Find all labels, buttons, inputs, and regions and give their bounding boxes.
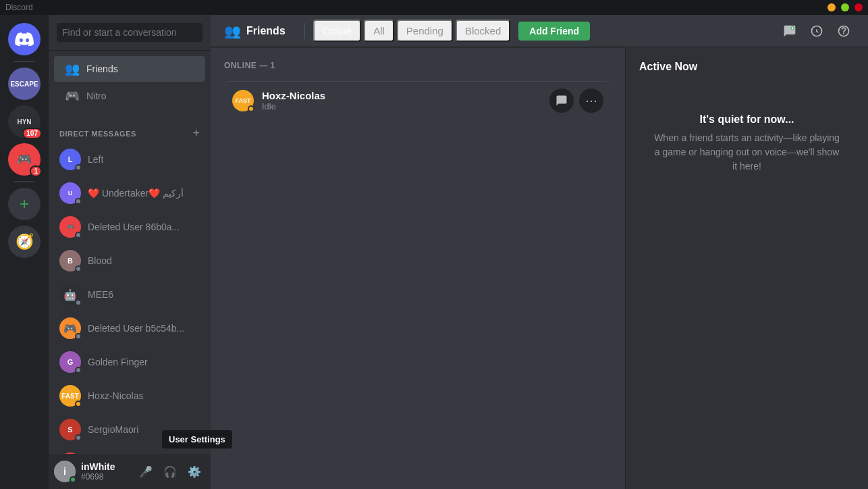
main-content: 👥 Friends Online All Pending Blocked Add… <box>211 15 868 489</box>
titlebar: Discord <box>0 0 868 15</box>
status-indicator <box>75 434 82 441</box>
list-item[interactable]: G Golden Finger <box>54 346 205 378</box>
sidebar-item-nitro[interactable]: 🎮 Nitro <box>54 83 205 109</box>
discover-button[interactable]: 🧭 <box>8 226 40 258</box>
add-server-button[interactable]: + <box>8 188 40 220</box>
dm-search-area <box>49 15 211 51</box>
list-item[interactable]: FAST Hoxz-Nicolas <box>54 380 205 412</box>
dm-item-name: Golden Finger <box>88 357 148 367</box>
list-item[interactable]: L Left <box>54 143 205 176</box>
active-now-empty-desc: When a friend starts an activity—like pl… <box>653 131 841 174</box>
add-friend-button[interactable]: Add Friend <box>518 22 590 41</box>
status-indicator <box>75 198 82 205</box>
user-info: inWhite #0698 <box>81 461 130 482</box>
online-header: ONLINE — 1 <box>224 61 612 70</box>
tab-pending[interactable]: Pending <box>397 20 453 42</box>
server-hyn-badge: 107 <box>22 128 42 139</box>
dm-item-name: Hoxz-Nicolas <box>88 390 143 401</box>
dm-list: L Left U ❤️ Undertaker❤️ أركيم 🎮 <box>49 143 211 454</box>
search-input[interactable] <box>57 23 202 42</box>
avatar: B <box>59 250 81 272</box>
add-dm-button[interactable]: + <box>192 126 200 140</box>
server-sidebar: ESCAPE HYN 107 🎮 1 + 🧭 <box>0 15 49 489</box>
status-indicator <box>75 164 82 171</box>
list-item[interactable]: 🎮 Deleted User b5c54b... <box>54 312 205 344</box>
sidebar-item-nitro-label: Nitro <box>86 91 107 101</box>
friend-status: Idle <box>262 101 549 111</box>
avatar: FAST <box>59 385 81 407</box>
new-dm-button[interactable] <box>779 20 801 42</box>
active-now-panel: Active Now It's quiet for now... When a … <box>625 47 868 489</box>
list-item[interactable]: S SergioMaori <box>54 413 205 446</box>
active-now-empty-title: It's quiet for now... <box>653 113 841 126</box>
avatar: G <box>59 351 81 373</box>
message-friend-button[interactable] <box>549 88 574 113</box>
dm-item-name: Deleted User 86b0a... <box>88 222 180 232</box>
friend-name: Hoxz-Nicolas <box>262 90 549 101</box>
server-separator-2 <box>13 181 35 182</box>
table-row[interactable]: FAST Hoxz-Nicolas Idle ⋯ <box>224 81 612 120</box>
close-button[interactable] <box>855 3 863 11</box>
user-avatar: i <box>54 461 76 482</box>
more-options-button[interactable]: ⋯ <box>579 88 603 113</box>
tab-all[interactable]: All <box>364 20 394 42</box>
avatar: 🎮 <box>59 317 81 339</box>
mute-button[interactable]: 🎤 <box>135 461 157 482</box>
friend-avatar: FAST <box>232 90 254 111</box>
server-3[interactable]: 🎮 1 <box>8 143 40 176</box>
list-item[interactable]: B Blood <box>54 244 205 277</box>
friends-nav-icon: 👥 <box>224 23 241 39</box>
avatar: U <box>59 182 81 204</box>
friend-info: Hoxz-Nicolas Idle <box>262 90 549 111</box>
maximize-button[interactable] <box>841 3 849 11</box>
deafen-button[interactable]: 🎧 <box>159 461 181 482</box>
friends-list: ONLINE — 1 FAST Hoxz-Nicolas Idle <box>211 47 625 489</box>
user-status-dot <box>70 476 76 483</box>
active-now-title: Active Now <box>639 61 855 73</box>
server-escape[interactable]: ESCAPE <box>8 68 40 100</box>
top-nav: 👥 Friends Online All Pending Blocked Add… <box>211 15 868 47</box>
user-tag: #0698 <box>81 472 130 482</box>
dm-item-name: MEE6 <box>88 289 113 300</box>
dm-section-title: DIRECT MESSAGES <box>59 130 136 138</box>
dm-section-header: DIRECT MESSAGES + <box>49 115 211 143</box>
active-now-empty: It's quiet for now... When a friend star… <box>639 86 855 201</box>
tab-online[interactable]: Online <box>313 20 361 42</box>
server-3-label: 🎮 <box>17 152 32 167</box>
page-title-text: Friends <box>246 25 286 37</box>
app-title: Discord <box>5 3 33 12</box>
page-title: 👥 Friends <box>224 23 286 39</box>
status-indicator <box>75 265 82 272</box>
list-item[interactable]: 🤖 MEE6 <box>54 278 205 311</box>
user-settings-button[interactable]: ⚙️ <box>184 461 205 482</box>
dm-nav: 👥 Friends 🎮 Nitro <box>49 51 211 115</box>
user-panel-actions: 🎤 🎧 ⚙️ <box>135 461 205 482</box>
list-item[interactable]: U ❤️ Undertaker❤️ أركيم <box>54 177 205 209</box>
sidebar-item-friends[interactable]: 👥 Friends <box>54 56 205 82</box>
user-panel: i inWhite #0698 🎤 🎧 ⚙️ <box>49 454 211 489</box>
server-hyn[interactable]: HYN 107 <box>8 105 40 138</box>
top-nav-right <box>779 20 855 42</box>
avatar: 🤖 <box>59 284 81 305</box>
friend-actions: ⋯ <box>549 88 603 113</box>
sidebar-item-friends-label: Friends <box>86 63 118 74</box>
minimize-button[interactable] <box>828 3 836 11</box>
inbox-button[interactable] <box>806 20 828 42</box>
server-hyn-label: HYN <box>17 118 31 126</box>
status-indicator <box>248 105 254 112</box>
tab-blocked[interactable]: Blocked <box>456 20 510 42</box>
friends-area: ONLINE — 1 FAST Hoxz-Nicolas Idle <box>211 47 868 489</box>
help-button[interactable] <box>833 20 855 42</box>
username: inWhite <box>81 461 130 472</box>
discord-home-button[interactable] <box>8 23 40 55</box>
avatar: L <box>59 149 81 170</box>
status-indicator <box>75 333 82 340</box>
more-icon: ⋯ <box>585 93 598 108</box>
status-indicator <box>75 401 82 407</box>
list-item[interactable]: 🎮 Gran Kain <box>54 447 205 454</box>
discover-icon: 🧭 <box>16 233 34 251</box>
list-item[interactable]: 🎮 Deleted User 86b0a... <box>54 211 205 243</box>
status-indicator <box>75 367 82 374</box>
friends-icon: 👥 <box>65 61 80 76</box>
nitro-icon: 🎮 <box>65 88 80 103</box>
